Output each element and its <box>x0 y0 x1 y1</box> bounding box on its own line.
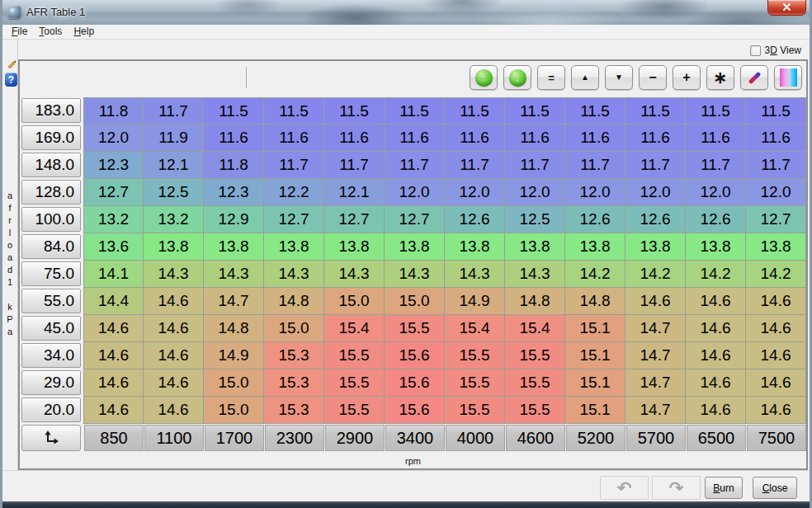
afr-cell[interactable]: 12.7 <box>385 206 445 233</box>
afr-cell[interactable]: 11.5 <box>204 97 264 125</box>
afr-cell[interactable]: 11.8 <box>204 152 264 179</box>
afr-cell[interactable]: 11.9 <box>144 125 204 152</box>
scale-up-button[interactable]: ↑ <box>470 65 498 90</box>
afr-cell[interactable]: 11.7 <box>505 152 565 179</box>
afr-cell[interactable]: 11.6 <box>686 125 746 152</box>
rpm-bin-button[interactable]: 5700 <box>626 425 686 451</box>
load-bin-button[interactable]: 20.0 <box>21 397 81 422</box>
rpm-bin-button[interactable]: 850 <box>84 425 144 451</box>
add-button[interactable]: + <box>673 65 701 90</box>
load-bin-button[interactable]: 148.0 <box>21 153 81 177</box>
afr-cell[interactable]: 14.9 <box>445 288 505 315</box>
afr-cell[interactable]: 15.5 <box>324 397 385 424</box>
afr-cell[interactable]: 13.2 <box>83 206 144 233</box>
afr-cell[interactable]: 14.6 <box>746 288 806 315</box>
afr-cell[interactable]: 14.6 <box>83 369 144 397</box>
afr-cell[interactable]: 11.6 <box>565 125 626 152</box>
afr-cell[interactable]: 14.9 <box>204 342 264 369</box>
afr-cell[interactable]: 14.6 <box>746 342 806 369</box>
afr-cell[interactable]: 14.6 <box>83 342 144 369</box>
afr-cell[interactable]: 14.3 <box>505 261 565 288</box>
rpm-bin-button[interactable]: 3400 <box>385 425 445 451</box>
afr-cell[interactable]: 14.3 <box>445 261 505 288</box>
afr-cell[interactable]: 15.4 <box>505 315 565 342</box>
afr-cell[interactable]: 14.4 <box>83 288 144 315</box>
afr-cell[interactable]: 11.6 <box>445 125 505 152</box>
decrement-button[interactable]: ▼ <box>605 65 633 90</box>
menu-help[interactable]: Help <box>68 25 100 39</box>
afr-cell[interactable]: 12.1 <box>144 152 204 179</box>
afr-cell[interactable]: 14.3 <box>324 261 385 288</box>
afr-cell[interactable]: 11.6 <box>505 125 565 152</box>
afr-cell[interactable]: 15.3 <box>264 397 324 424</box>
afr-cell[interactable]: 14.8 <box>565 288 626 315</box>
afr-cell[interactable]: 14.7 <box>626 397 686 424</box>
afr-cell[interactable]: 12.5 <box>505 206 565 233</box>
afr-cell[interactable]: 12.6 <box>686 206 746 233</box>
afr-cell[interactable]: 12.6 <box>445 206 505 233</box>
afr-cell[interactable]: 14.7 <box>626 342 686 369</box>
menu-file[interactable]: File <box>6 25 33 39</box>
afr-cell[interactable]: 15.3 <box>264 342 324 369</box>
afr-cell[interactable]: 14.8 <box>264 288 324 315</box>
afr-cell[interactable]: 14.2 <box>626 261 686 288</box>
afr-cell[interactable]: 13.8 <box>324 233 385 261</box>
afr-cell[interactable]: 11.5 <box>324 97 385 125</box>
load-bin-button[interactable]: 29.0 <box>21 370 81 395</box>
afr-cell[interactable]: 15.0 <box>204 369 264 397</box>
rpm-bin-button[interactable]: 2900 <box>325 425 385 451</box>
close-window-button[interactable] <box>767 0 806 16</box>
afr-cell[interactable]: 14.6 <box>746 397 806 424</box>
afr-cell[interactable]: 14.2 <box>565 261 626 288</box>
load-bin-button[interactable]: 128.0 <box>21 180 81 205</box>
rpm-bin-button[interactable]: 4000 <box>446 425 505 451</box>
redo-button[interactable]: ↷ <box>652 476 701 500</box>
afr-cell[interactable]: 15.6 <box>385 342 445 369</box>
afr-cell[interactable]: 15.1 <box>565 315 626 342</box>
rpm-bin-button[interactable]: 7500 <box>747 425 806 451</box>
afr-cell[interactable]: 14.6 <box>83 315 144 342</box>
afr-cell[interactable]: 14.6 <box>144 397 204 424</box>
afr-cell[interactable]: 13.8 <box>686 233 746 261</box>
afr-cell[interactable]: 13.8 <box>626 233 686 261</box>
afr-cell[interactable]: 15.5 <box>324 369 385 397</box>
afr-cell[interactable]: 12.7 <box>83 179 144 206</box>
afr-cell[interactable]: 14.6 <box>686 342 746 369</box>
afr-cell[interactable]: 11.7 <box>445 152 505 179</box>
afr-cell[interactable]: 12.2 <box>264 179 324 206</box>
afr-cell[interactable]: 11.6 <box>746 125 806 152</box>
afr-cell[interactable]: 11.7 <box>385 152 445 179</box>
afr-cell[interactable]: 14.2 <box>746 261 806 288</box>
afr-cell[interactable]: 12.0 <box>565 179 626 206</box>
afr-cell[interactable]: 15.0 <box>324 288 385 315</box>
afr-cell[interactable]: 14.6 <box>144 315 204 342</box>
edit-pencil-button[interactable] <box>740 65 768 90</box>
menu-tools[interactable]: Tools <box>33 25 68 39</box>
afr-cell[interactable]: 14.6 <box>144 288 204 315</box>
afr-cell[interactable]: 15.5 <box>505 369 565 397</box>
afr-cell[interactable]: 15.0 <box>204 397 264 424</box>
afr-cell[interactable]: 13.8 <box>204 233 264 261</box>
afr-cell[interactable]: 15.6 <box>385 369 445 397</box>
rpm-bin-button[interactable]: 6500 <box>687 425 746 451</box>
afr-cell[interactable]: 13.8 <box>264 233 324 261</box>
close-dialog-button[interactable]: Close <box>753 477 797 499</box>
afr-cell[interactable]: 13.8 <box>746 233 806 261</box>
afr-cell[interactable]: 11.7 <box>626 152 686 179</box>
afr-cell[interactable]: 11.5 <box>385 97 445 125</box>
load-bin-button[interactable]: 183.0 <box>21 98 81 123</box>
afr-cell[interactable]: 12.0 <box>686 179 746 206</box>
afr-cell[interactable]: 11.5 <box>264 97 324 125</box>
afr-cell[interactable]: 11.6 <box>385 125 445 152</box>
afr-cell[interactable]: 14.7 <box>204 288 264 315</box>
afr-cell[interactable]: 12.0 <box>746 179 806 206</box>
afr-cell[interactable]: 12.7 <box>746 206 806 233</box>
afr-cell[interactable]: 14.6 <box>83 397 144 424</box>
load-bin-button[interactable]: 34.0 <box>21 343 81 368</box>
load-bin-button[interactable]: 169.0 <box>21 125 81 150</box>
afr-cell[interactable]: 11.7 <box>264 152 324 179</box>
rpm-bin-button[interactable]: 4600 <box>506 425 565 451</box>
afr-cell[interactable]: 12.7 <box>324 206 385 233</box>
scale-down-button[interactable]: ↓ <box>503 65 531 90</box>
afr-cell[interactable]: 14.2 <box>686 261 746 288</box>
